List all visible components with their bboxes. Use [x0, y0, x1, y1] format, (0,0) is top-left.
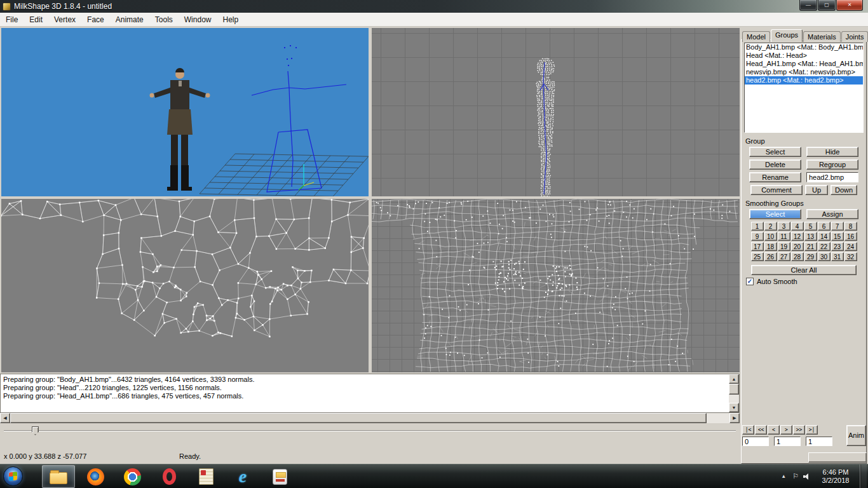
auto-smooth-checkbox[interactable]: ✓ — [746, 278, 754, 285]
taskbar-item-firefox[interactable] — [79, 465, 112, 488]
scroll-left-icon[interactable]: ◀ — [0, 413, 10, 423]
move-up-button[interactable]: Up — [805, 185, 828, 195]
menu-item[interactable]: Face — [81, 13, 110, 27]
smoothing-group-button[interactable]: 32 — [844, 252, 857, 261]
menu-item[interactable]: Vertex — [48, 13, 81, 27]
log-vertical-scrollbar[interactable]: ▲ ▼ — [729, 374, 739, 412]
rename-input[interactable] — [806, 172, 858, 182]
smoothing-group-button[interactable]: 31 — [831, 252, 844, 261]
start-button[interactable] — [3, 466, 23, 486]
smoothing-group-button[interactable]: 7 — [831, 222, 844, 231]
group-list-item[interactable]: newsvip.bmp <Mat.: newsvip.bmp> — [745, 68, 863, 76]
volume-icon[interactable] — [803, 473, 811, 480]
clear-all-button[interactable]: Clear All — [751, 265, 857, 275]
smoothing-group-button[interactable]: 13 — [804, 232, 817, 241]
smoothing-group-button[interactable]: 30 — [818, 252, 831, 261]
menu-item[interactable]: Animate — [110, 13, 149, 27]
log-scroll-thumb[interactable] — [729, 384, 739, 395]
current-frame-field[interactable] — [742, 437, 769, 446]
group-list-item[interactable]: Head_AH1.bmp <Mat.: Head_AH1.bm — [745, 60, 863, 68]
smoothing-group-button[interactable]: 22 — [818, 242, 831, 251]
smoothing-select-button[interactable]: Select — [749, 209, 801, 219]
smoothing-group-button[interactable]: 6 — [818, 222, 831, 231]
panel-tab[interactable]: Materials — [803, 31, 841, 42]
taskbar-clock[interactable]: 6:46 PM 3/2/2018 — [816, 468, 855, 485]
viewport-3d[interactable] — [1, 28, 369, 196]
end-frame-field[interactable] — [806, 437, 832, 446]
menu-item[interactable]: Tools — [149, 13, 179, 27]
hscroll-thumb[interactable] — [10, 413, 707, 423]
tray-expand-icon[interactable]: ▲ — [779, 473, 788, 479]
keyframe-slider[interactable] — [1, 425, 738, 437]
titlebar[interactable]: MilkShape 3D 1.8.4 - untitled — ▢ ✕ — [0, 0, 868, 13]
taskbar-item-opera[interactable] — [153, 465, 186, 488]
start-frame-field[interactable] — [774, 437, 801, 446]
smoothing-group-button[interactable]: 15 — [831, 232, 844, 241]
smoothing-group-button[interactable]: 19 — [778, 242, 790, 251]
smoothing-group-button[interactable]: 23 — [831, 242, 844, 251]
groups-list[interactable]: Body_AH1.bmp <Mat.: Body_AH1.bmpHead <Ma… — [744, 43, 864, 133]
auto-smooth-row[interactable]: ✓ Auto Smooth — [746, 278, 864, 285]
anim-toggle-button[interactable]: Anim — [846, 425, 866, 446]
smoothing-group-button[interactable]: 17 — [751, 242, 764, 251]
smoothing-group-button[interactable]: 1 — [751, 222, 764, 231]
taskbar-item-chrome[interactable] — [116, 465, 149, 488]
smoothing-group-button[interactable]: 5 — [804, 222, 817, 231]
menu-item[interactable]: Help — [217, 13, 244, 27]
smoothing-group-button[interactable]: 18 — [764, 242, 777, 251]
menu-item[interactable]: Edit — [24, 13, 48, 27]
group-list-item[interactable]: Body_AH1.bmp <Mat.: Body_AH1.bmp — [745, 43, 863, 51]
minimize-button[interactable]: — — [799, 0, 817, 11]
slider-track[interactable] — [4, 430, 736, 431]
viewport-zoom-left[interactable] — [1, 199, 369, 372]
smoothing-group-button[interactable]: 27 — [778, 252, 790, 261]
panel-tab[interactable]: Model — [742, 31, 770, 42]
delete-group-button[interactable]: Delete — [749, 159, 801, 170]
log-horizontal-scrollbar[interactable]: ◀ ▶ — [0, 413, 740, 423]
panel-tab[interactable]: Groups — [771, 29, 803, 42]
taskbar-item-installer[interactable] — [263, 465, 296, 488]
group-list-item[interactable]: head2.bmp <Mat.: head2.bmp> — [745, 76, 863, 85]
action-center-flag-icon[interactable]: ⚐ — [792, 472, 799, 480]
bottom-right-scrollbar[interactable] — [808, 452, 867, 463]
panel-tab[interactable]: Joints — [841, 31, 868, 42]
smoothing-group-button[interactable]: 12 — [791, 232, 804, 241]
viewport-zoom-right[interactable] — [372, 199, 740, 372]
smoothing-group-button[interactable]: 16 — [844, 232, 857, 241]
smoothing-group-button[interactable]: 9 — [751, 232, 764, 241]
smoothing-group-button[interactable]: 10 — [764, 232, 777, 241]
transport-button[interactable]: < — [768, 425, 780, 435]
transport-button[interactable]: > — [780, 425, 792, 435]
smoothing-group-button[interactable]: 25 — [751, 252, 764, 261]
hide-group-button[interactable]: Hide — [806, 147, 858, 157]
show-desktop-button[interactable] — [860, 464, 867, 488]
smoothing-group-button[interactable]: 21 — [804, 242, 817, 251]
close-button[interactable]: ✕ — [836, 0, 863, 11]
transport-button[interactable]: >| — [806, 425, 818, 435]
move-down-button[interactable]: Down — [831, 185, 857, 195]
menu-item[interactable]: Window — [179, 13, 217, 27]
smoothing-group-button[interactable]: 11 — [778, 232, 790, 241]
transport-button[interactable]: >> — [793, 425, 805, 435]
regroup-button[interactable]: Regroup — [806, 159, 858, 170]
slider-thumb[interactable] — [32, 426, 39, 435]
message-log[interactable]: Preparing group: "Body_AH1.bmp"...6432 t… — [0, 374, 740, 413]
scroll-right-icon[interactable]: ▶ — [729, 413, 740, 423]
rename-button[interactable]: Rename — [749, 172, 801, 182]
select-group-button[interactable]: Select — [749, 147, 801, 157]
smoothing-group-button[interactable]: 20 — [791, 242, 804, 251]
smoothing-group-button[interactable]: 8 — [844, 222, 857, 231]
smoothing-group-button[interactable]: 28 — [791, 252, 804, 261]
maximize-button[interactable]: ▢ — [818, 0, 836, 11]
smoothing-group-button[interactable]: 4 — [791, 222, 804, 231]
smoothing-group-button[interactable]: 14 — [818, 232, 831, 241]
taskbar-item-explorer[interactable] — [42, 465, 75, 488]
group-list-item[interactable]: Head <Mat.: Head> — [745, 51, 863, 60]
smoothing-assign-button[interactable]: Assign — [806, 209, 858, 219]
scroll-up-icon[interactable]: ▲ — [729, 374, 739, 384]
viewport-front[interactable] — [372, 28, 740, 196]
transport-button[interactable]: |< — [742, 425, 754, 435]
taskbar-item-ie[interactable]: e — [226, 465, 259, 488]
comment-button[interactable]: Comment — [750, 185, 803, 195]
smoothing-group-button[interactable]: 3 — [778, 222, 790, 231]
